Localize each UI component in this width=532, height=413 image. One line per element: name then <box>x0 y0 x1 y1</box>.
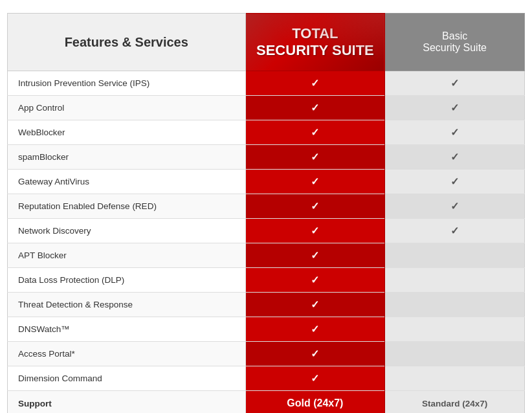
support-total: Gold (24x7) <box>245 391 385 414</box>
feature-cell: App Control <box>8 96 246 120</box>
basic-check-cell: ✓ <box>385 194 525 219</box>
comparison-container: Features & Services TOTAL SECURITY SUITE… <box>7 13 525 413</box>
table-row: Intrusion Prevention Service (IPS)✓✓ <box>8 71 525 96</box>
total-check-cell: ✓ <box>245 342 385 366</box>
basic-check-cell: ✓ <box>385 96 525 120</box>
checkmark-icon: ✓ <box>450 151 459 162</box>
feature-cell: Network Discovery <box>8 219 246 243</box>
total-check-cell: ✓ <box>245 145 385 170</box>
total-check-cell: ✓ <box>245 194 385 219</box>
total-check-cell: ✓ <box>245 317 385 342</box>
checkmark-icon: ✓ <box>311 176 319 187</box>
checkmark-icon: ✓ <box>311 250 319 261</box>
checkmark-icon: ✓ <box>450 102 459 113</box>
support-label: Support <box>8 391 246 414</box>
table-row: App Control✓✓ <box>8 96 525 120</box>
checkmark-icon: ✓ <box>311 373 319 384</box>
table-row: Threat Detection & Response✓ <box>8 293 525 317</box>
checkmark-icon: ✓ <box>450 78 459 89</box>
checkmark-icon: ✓ <box>450 201 459 212</box>
feature-cell: Dimension Command <box>8 366 246 391</box>
feature-cell: WebBlocker <box>8 120 246 145</box>
features-header: Features & Services <box>8 14 246 71</box>
checkmark-icon: ✓ <box>450 225 459 236</box>
checkmark-icon: ✓ <box>311 348 319 359</box>
basic-check-cell: ✓ <box>385 219 525 243</box>
checkmark-icon: ✓ <box>311 225 319 236</box>
support-row: SupportGold (24x7)Standard (24x7) <box>8 391 525 414</box>
basic-check-cell <box>385 317 525 342</box>
total-line1: TOTAL <box>252 25 379 42</box>
table-row: DNSWatch™✓ <box>8 317 525 342</box>
checkmark-icon: ✓ <box>311 201 319 212</box>
table-row: APT Blocker✓ <box>8 243 525 268</box>
checkmark-icon: ✓ <box>311 102 319 113</box>
feature-cell: Gateway AntiVirus <box>8 170 246 194</box>
feature-cell: Reputation Enabled Defense (RED) <box>8 194 246 219</box>
feature-cell: APT Blocker <box>8 243 246 268</box>
comparison-table: Features & Services TOTAL SECURITY SUITE… <box>7 13 525 413</box>
table-row: WebBlocker✓✓ <box>8 120 525 145</box>
table-row: Gateway AntiVirus✓✓ <box>8 170 525 194</box>
checkmark-icon: ✓ <box>311 324 319 335</box>
total-check-cell: ✓ <box>245 170 385 194</box>
checkmark-icon: ✓ <box>311 78 319 89</box>
feature-cell: DNSWatch™ <box>8 317 246 342</box>
support-basic: Standard (24x7) <box>385 391 525 414</box>
total-check-cell: ✓ <box>245 243 385 268</box>
basic-check-cell <box>385 366 525 391</box>
basic-line1: Basic <box>392 30 518 42</box>
header-row: Features & Services TOTAL SECURITY SUITE… <box>8 14 525 71</box>
total-check-cell: ✓ <box>245 268 385 293</box>
checkmark-icon: ✓ <box>450 176 459 187</box>
total-check-cell: ✓ <box>245 120 385 145</box>
basic-check-cell: ✓ <box>385 170 525 194</box>
feature-cell: Access Portal* <box>8 342 246 366</box>
basic-check-cell: ✓ <box>385 145 525 170</box>
basic-check-cell <box>385 268 525 293</box>
basic-check-cell <box>385 293 525 317</box>
total-check-cell: ✓ <box>245 71 385 96</box>
checkmark-icon: ✓ <box>311 127 319 138</box>
total-line2: SECURITY SUITE <box>252 42 379 59</box>
basic-line2: Security Suite <box>392 42 518 54</box>
basic-check-cell: ✓ <box>385 71 525 96</box>
total-check-cell: ✓ <box>245 366 385 391</box>
total-check-cell: ✓ <box>245 96 385 120</box>
total-check-cell: ✓ <box>245 219 385 243</box>
table-row: Reputation Enabled Defense (RED)✓✓ <box>8 194 525 219</box>
table-row: Access Portal*✓ <box>8 342 525 366</box>
table-row: Data Loss Protection (DLP)✓ <box>8 268 525 293</box>
feature-cell: Data Loss Protection (DLP) <box>8 268 246 293</box>
table-row: spamBlocker✓✓ <box>8 145 525 170</box>
basic-check-cell <box>385 243 525 268</box>
checkmark-icon: ✓ <box>311 274 319 285</box>
checkmark-icon: ✓ <box>311 299 319 310</box>
total-header: TOTAL SECURITY SUITE <box>245 14 385 71</box>
feature-cell: Threat Detection & Response <box>8 293 246 317</box>
basic-check-cell <box>385 342 525 366</box>
basic-check-cell: ✓ <box>385 120 525 145</box>
feature-cell: spamBlocker <box>8 145 246 170</box>
feature-cell: Intrusion Prevention Service (IPS) <box>8 71 246 96</box>
table-row: Network Discovery✓✓ <box>8 219 525 243</box>
table-row: Dimension Command✓ <box>8 366 525 391</box>
total-check-cell: ✓ <box>245 293 385 317</box>
checkmark-icon: ✓ <box>311 151 319 162</box>
checkmark-icon: ✓ <box>450 127 459 138</box>
basic-header: Basic Security Suite <box>385 14 525 71</box>
